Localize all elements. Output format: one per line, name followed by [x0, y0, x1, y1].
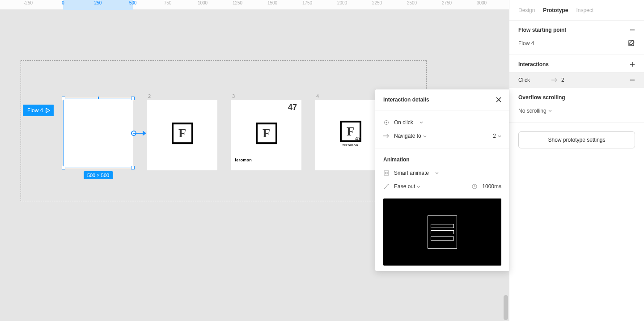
- ruler-tick: 3000: [477, 0, 487, 10]
- overflow-select[interactable]: No scrolling: [518, 106, 635, 116]
- flow-start-tag[interactable]: Flow 4: [23, 105, 54, 116]
- vertical-scrollbar[interactable]: [504, 295, 508, 320]
- flow-start-label: Flow 4: [27, 107, 43, 114]
- ruler-tick: 0: [62, 0, 64, 10]
- svg-point-4: [386, 122, 387, 123]
- easing-select[interactable]: Ease out: [394, 183, 420, 190]
- frame-3-corner-text: 47: [288, 103, 297, 112]
- ruler-tick: 1750: [302, 0, 312, 10]
- frame-3-content[interactable]: 47 F feromon: [231, 100, 301, 170]
- logo-f-icon: F: [256, 122, 277, 144]
- chevron-down-icon: [435, 171, 439, 175]
- ruler-tick: 2000: [337, 0, 347, 10]
- resize-handle[interactable]: [131, 166, 135, 169]
- connection-arrow[interactable]: [133, 130, 146, 137]
- smart-animate-icon: [383, 170, 390, 176]
- click-icon: [383, 120, 390, 125]
- dimensions-badge: 500 × 500: [84, 171, 113, 179]
- ruler-tick: 500: [129, 0, 137, 10]
- chevron-down-icon: [548, 109, 552, 113]
- preview-frame-icon: [428, 215, 457, 249]
- animation-preview[interactable]: [383, 199, 501, 266]
- trigger-label: On click: [394, 119, 413, 126]
- target-select[interactable]: 2: [493, 133, 501, 139]
- ruler-tick: 2750: [442, 0, 452, 10]
- interaction-details-popover: Interaction details On click Navigate to…: [375, 89, 509, 271]
- ruler-tick: 250: [94, 0, 102, 10]
- animation-type-label: Smart animate: [394, 170, 429, 176]
- frame-1-content[interactable]: [63, 98, 133, 168]
- remove-flow-button[interactable]: [630, 27, 635, 33]
- chevron-down-icon: [423, 135, 427, 138]
- svg-rect-7: [386, 172, 387, 174]
- ruler-tick: 1000: [198, 0, 208, 10]
- right-panel: Design Prototype Inspect Flow starting p…: [509, 0, 644, 321]
- overflow-value: No scrolling: [518, 108, 547, 114]
- ruler-tick: 2500: [407, 0, 417, 10]
- frame-2-content[interactable]: F: [147, 100, 217, 170]
- show-prototype-settings-button[interactable]: Show prototype settings: [518, 131, 635, 148]
- horizontal-ruler: -250025050075010001250150017502000225025…: [0, 0, 509, 10]
- logo-f47: F47 feromon: [340, 120, 361, 147]
- frame-label: 2: [147, 93, 217, 99]
- edit-icon: [628, 40, 635, 47]
- minus-icon: [630, 27, 635, 33]
- close-button[interactable]: [496, 97, 501, 102]
- flow-name-input[interactable]: Flow 4: [518, 40, 534, 46]
- ruler-tick: 750: [164, 0, 172, 10]
- resize-handle[interactable]: [98, 97, 99, 99]
- resize-handle[interactable]: [62, 97, 65, 100]
- ruler-tick: 1500: [267, 0, 277, 10]
- play-icon: [46, 108, 50, 113]
- action-select[interactable]: Navigate to: [394, 133, 427, 139]
- popover-title: Interaction details: [383, 97, 429, 103]
- panel-tabs: Design Prototype Inspect: [509, 0, 644, 21]
- trigger-select[interactable]: On click: [383, 116, 501, 129]
- interaction-trigger-label: Click: [518, 77, 530, 83]
- overflow-heading: Overflow scrolling: [518, 94, 565, 101]
- flow-starting-point-heading: Flow starting point: [518, 27, 566, 33]
- close-icon: [496, 97, 501, 102]
- duration-icon: [471, 184, 478, 189]
- svg-rect-6: [384, 171, 389, 175]
- ease-curve-icon: [383, 184, 390, 189]
- logo-f-icon: F: [172, 122, 193, 144]
- frame-4-caption: feromon: [340, 143, 361, 147]
- arrow-right-icon: [551, 78, 558, 82]
- chevron-down-icon: [419, 121, 423, 124]
- tab-prototype[interactable]: Prototype: [543, 7, 568, 13]
- interactions-heading: Interactions: [518, 61, 549, 68]
- tab-inspect[interactable]: Inspect: [576, 7, 593, 13]
- svg-line-10: [475, 186, 476, 187]
- svg-marker-0: [46, 108, 50, 113]
- ruler-tick: 1250: [233, 0, 242, 10]
- interaction-row[interactable]: Click 2: [509, 72, 644, 88]
- svg-marker-2: [143, 131, 146, 136]
- frame-2[interactable]: 2 F: [147, 93, 217, 170]
- resize-handle[interactable]: [62, 166, 65, 169]
- tab-design[interactable]: Design: [518, 7, 535, 13]
- ruler-tick: 2250: [372, 0, 382, 10]
- frame-label: 3: [231, 93, 301, 99]
- frame-1[interactable]: 500 × 500: [63, 98, 133, 168]
- remove-interaction-button[interactable]: [630, 77, 635, 83]
- resize-handle[interactable]: [131, 97, 135, 100]
- animation-type-select[interactable]: Smart animate: [383, 166, 501, 180]
- interaction-target-label: 2: [561, 77, 564, 83]
- duration-input[interactable]: 1000ms: [482, 183, 501, 190]
- edit-flow-button[interactable]: [628, 40, 635, 47]
- chevron-down-icon: [417, 185, 420, 189]
- frame-3-caption: feromon: [235, 158, 252, 162]
- frame-3[interactable]: 3 47 F feromon: [231, 93, 301, 170]
- minus-icon: [630, 77, 635, 83]
- chevron-down-icon: [498, 135, 501, 138]
- plus-icon: [630, 62, 635, 67]
- animation-heading: Animation: [383, 156, 501, 163]
- arrow-right-icon: [383, 134, 390, 138]
- ruler-tick: -250: [24, 0, 33, 10]
- add-interaction-button[interactable]: [630, 62, 635, 67]
